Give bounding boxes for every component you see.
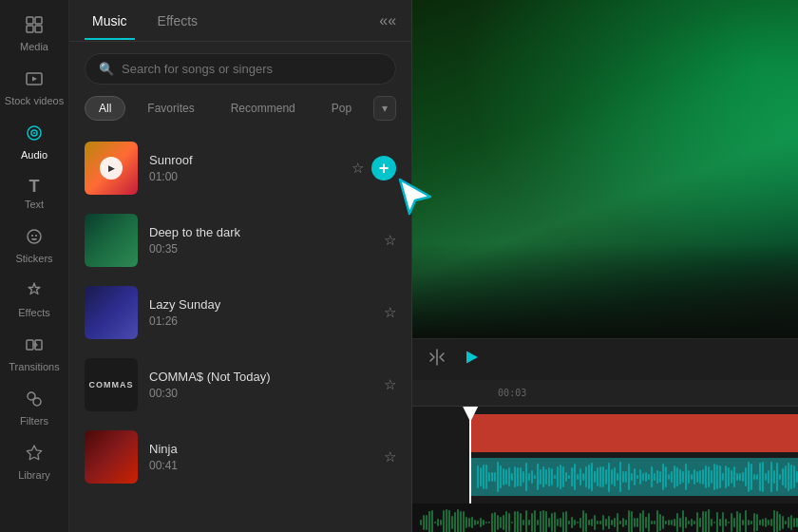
mountain-silhouette	[412, 243, 798, 338]
library-icon	[25, 444, 44, 466]
song-actions-sunroof: ☆ +	[352, 156, 396, 180]
song-thumb-sunroof: ▶	[85, 142, 138, 195]
transitions-icon	[25, 335, 44, 357]
song-thumb-comma: COMMAS	[85, 358, 138, 411]
filter-all[interactable]: All	[85, 96, 125, 121]
sidebar-item-library[interactable]: Library	[0, 436, 68, 488]
favorite-button-deep[interactable]: ☆	[384, 232, 396, 249]
sidebar-item-audio[interactable]: Audio	[0, 116, 68, 168]
sidebar-label-text: Text	[25, 199, 44, 210]
song-duration-ninja: 00:41	[149, 459, 372, 472]
sidebar-label-stickers: Stickers	[15, 253, 52, 264]
song-duration-lazy: 01:26	[149, 314, 372, 328]
sidebar-item-effects[interactable]: Effects	[0, 274, 68, 326]
timeline-toolbar: 00:00:02:5	[412, 338, 798, 380]
tab-music[interactable]: Music	[85, 2, 135, 40]
song-actions-lazy: ☆	[384, 304, 396, 321]
search-icon: 🔍	[99, 62, 114, 76]
tab-effects[interactable]: Effects	[150, 2, 206, 40]
music-panel: Music Effects «« 🔍 All Favorites Recomme…	[69, 0, 412, 532]
favorite-button-comma[interactable]: ☆	[384, 376, 396, 393]
waveform-bottom	[412, 504, 798, 532]
effects-icon	[25, 281, 44, 303]
svg-point-8	[28, 230, 41, 243]
song-thumb-ninja	[85, 430, 138, 484]
text-icon: T	[29, 178, 40, 195]
favorite-button-ninja[interactable]: ☆	[384, 448, 396, 466]
filters-icon	[25, 390, 44, 411]
sidebar-item-stock-videos[interactable]: Stock videos	[0, 62, 68, 114]
sidebar-label-audio: Audio	[21, 149, 48, 161]
sidebar-label-filters: Filters	[20, 415, 48, 427]
song-duration-sunroof: 01:00	[149, 170, 340, 183]
video-clip[interactable]: photo	[469, 414, 798, 452]
filter-recommend[interactable]: Recommend	[217, 96, 310, 121]
right-area: 00:00:02:5 00:03 photo	[412, 0, 798, 532]
svg-rect-0	[27, 17, 33, 24]
song-actions-ninja: ☆	[384, 448, 396, 466]
sidebar-label-library: Library	[18, 469, 50, 481]
song-title-comma: COMMA$ (Not Today)	[149, 370, 372, 384]
list-item[interactable]: Deep to the dark 00:35 ☆	[69, 204, 411, 276]
favorite-button-sunroof[interactable]: ☆	[352, 160, 364, 177]
svg-rect-1	[35, 17, 42, 24]
sidebar: Media Stock videos Audio T Text	[0, 0, 69, 532]
sidebar-item-filters[interactable]: Filters	[0, 382, 68, 434]
svg-rect-9	[27, 340, 33, 350]
bottom-waveform-bars	[420, 509, 798, 532]
filter-pills: All Favorites Recommend Pop ▾	[69, 96, 411, 132]
song-title-sunroof: Sunroof	[149, 153, 340, 167]
song-title-ninja: Ninja	[149, 442, 372, 456]
song-title-deep: Deep to the dark	[149, 225, 372, 239]
timeline: 00:03 photo	[412, 380, 798, 532]
play-button-sunroof[interactable]: ▶	[100, 157, 123, 180]
filter-favorites[interactable]: Favorites	[133, 96, 208, 121]
song-actions-deep: ☆	[384, 232, 396, 249]
stock-videos-icon	[25, 69, 44, 91]
music-list: ▶ Sunroof 01:00 ☆ + Deep to the dark 00:…	[69, 132, 411, 532]
song-info-comma: COMMA$ (Not Today) 00:30	[149, 370, 372, 400]
filter-more-button[interactable]: ▾	[373, 96, 396, 121]
song-thumb-deep	[85, 214, 138, 267]
favorite-button-lazy[interactable]: ☆	[384, 304, 396, 321]
search-bar[interactable]: 🔍	[85, 53, 396, 85]
svg-point-7	[33, 132, 35, 134]
sidebar-item-text[interactable]: T Text	[0, 170, 68, 218]
search-input[interactable]	[122, 62, 382, 76]
svg-rect-2	[27, 26, 33, 32]
filter-pop[interactable]: Pop	[317, 96, 366, 121]
svg-point-12	[33, 398, 41, 406]
svg-rect-3	[35, 26, 42, 32]
list-item[interactable]: Lazy Sunday 01:26 ☆	[69, 276, 411, 349]
sidebar-label-stock-videos: Stock videos	[5, 95, 64, 106]
media-icon	[25, 15, 44, 37]
song-info-ninja: Ninja 00:41	[149, 442, 372, 472]
list-item[interactable]: ▶ Sunroof 01:00 ☆ +	[69, 132, 411, 204]
song-info-lazy: Lazy Sunday 01:26	[149, 297, 372, 328]
play-button[interactable]	[462, 348, 481, 371]
timeline-tracks: photo	[412, 407, 798, 504]
sidebar-item-stickers[interactable]: Stickers	[0, 219, 68, 272]
song-info-sunroof: Sunroof 01:00	[149, 153, 340, 183]
video-preview	[412, 0, 798, 338]
song-thumb-lazy	[85, 286, 138, 339]
svg-rect-10	[35, 340, 42, 350]
song-info-deep: Deep to the dark 00:35	[149, 225, 372, 256]
add-button-sunroof[interactable]: +	[371, 156, 396, 180]
split-button[interactable]	[428, 348, 446, 371]
panel-collapse-button[interactable]: ««	[379, 12, 396, 29]
list-item[interactable]: COMMAS COMMA$ (Not Today) 00:30 ☆	[69, 349, 411, 421]
sidebar-item-media[interactable]: Media	[0, 8, 68, 60]
song-actions-comma: ☆	[384, 376, 396, 393]
ruler-mark-3s: 00:03	[498, 388, 526, 398]
stickers-icon	[25, 227, 44, 249]
song-duration-deep: 00:35	[149, 242, 372, 256]
audio-clip[interactable]	[469, 458, 798, 496]
sidebar-label-transitions: Transitions	[9, 361, 59, 372]
audio-waveform	[469, 458, 798, 496]
list-item[interactable]: Ninja 00:41 ☆	[69, 421, 411, 493]
song-title-lazy: Lazy Sunday	[149, 297, 372, 312]
sidebar-item-transitions[interactable]: Transitions	[0, 328, 68, 380]
timeline-ruler: 00:03	[412, 380, 798, 407]
audio-icon	[25, 124, 44, 145]
